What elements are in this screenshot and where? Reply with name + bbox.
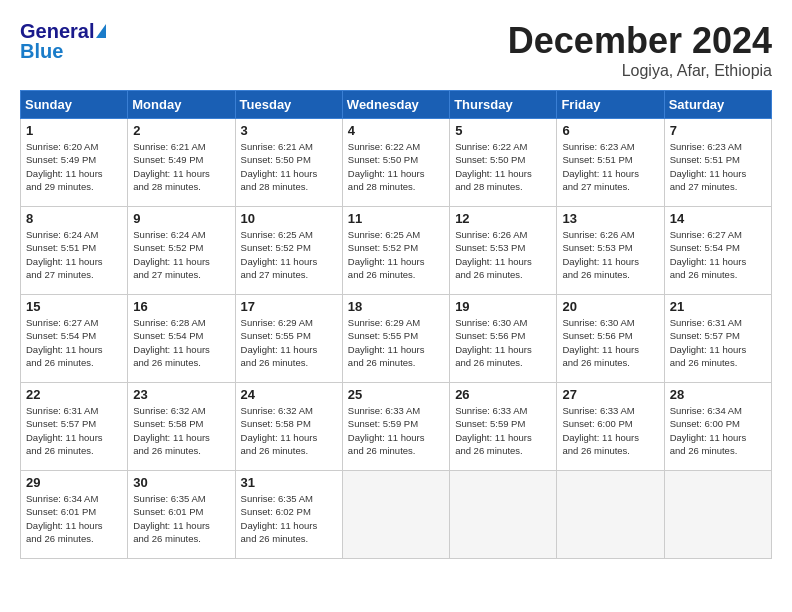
calendar-day: 23Sunrise: 6:32 AMSunset: 5:58 PMDayligh…	[128, 383, 235, 471]
day-info: Sunrise: 6:34 AMSunset: 6:00 PMDaylight:…	[670, 404, 766, 457]
calendar-day: 26Sunrise: 6:33 AMSunset: 5:59 PMDayligh…	[450, 383, 557, 471]
title-area: December 2024 Logiya, Afar, Ethiopia	[508, 20, 772, 80]
calendar-week-row: 1Sunrise: 6:20 AMSunset: 5:49 PMDaylight…	[21, 119, 772, 207]
calendar-day: 14Sunrise: 6:27 AMSunset: 5:54 PMDayligh…	[664, 207, 771, 295]
weekday-header: Wednesday	[342, 91, 449, 119]
day-info: Sunrise: 6:33 AMSunset: 5:59 PMDaylight:…	[348, 404, 444, 457]
calendar-week-row: 22Sunrise: 6:31 AMSunset: 5:57 PMDayligh…	[21, 383, 772, 471]
day-info: Sunrise: 6:25 AMSunset: 5:52 PMDaylight:…	[348, 228, 444, 281]
day-info: Sunrise: 6:27 AMSunset: 5:54 PMDaylight:…	[670, 228, 766, 281]
day-number: 10	[241, 211, 337, 226]
day-info: Sunrise: 6:32 AMSunset: 5:58 PMDaylight:…	[133, 404, 229, 457]
day-info: Sunrise: 6:23 AMSunset: 5:51 PMDaylight:…	[670, 140, 766, 193]
calendar-day: 1Sunrise: 6:20 AMSunset: 5:49 PMDaylight…	[21, 119, 128, 207]
day-number: 9	[133, 211, 229, 226]
day-number: 28	[670, 387, 766, 402]
day-number: 17	[241, 299, 337, 314]
day-info: Sunrise: 6:26 AMSunset: 5:53 PMDaylight:…	[562, 228, 658, 281]
day-info: Sunrise: 6:25 AMSunset: 5:52 PMDaylight:…	[241, 228, 337, 281]
day-info: Sunrise: 6:35 AMSunset: 6:02 PMDaylight:…	[241, 492, 337, 545]
logo: General Blue	[20, 20, 106, 62]
page-header: General Blue December 2024 Logiya, Afar,…	[20, 20, 772, 80]
calendar-day: 24Sunrise: 6:32 AMSunset: 5:58 PMDayligh…	[235, 383, 342, 471]
calendar-day: 15Sunrise: 6:27 AMSunset: 5:54 PMDayligh…	[21, 295, 128, 383]
day-number: 8	[26, 211, 122, 226]
day-info: Sunrise: 6:27 AMSunset: 5:54 PMDaylight:…	[26, 316, 122, 369]
day-info: Sunrise: 6:33 AMSunset: 5:59 PMDaylight:…	[455, 404, 551, 457]
calendar-day: 20Sunrise: 6:30 AMSunset: 5:56 PMDayligh…	[557, 295, 664, 383]
day-info: Sunrise: 6:23 AMSunset: 5:51 PMDaylight:…	[562, 140, 658, 193]
calendar-day: 17Sunrise: 6:29 AMSunset: 5:55 PMDayligh…	[235, 295, 342, 383]
calendar-day: 13Sunrise: 6:26 AMSunset: 5:53 PMDayligh…	[557, 207, 664, 295]
calendar-day: 6Sunrise: 6:23 AMSunset: 5:51 PMDaylight…	[557, 119, 664, 207]
calendar-day: 29Sunrise: 6:34 AMSunset: 6:01 PMDayligh…	[21, 471, 128, 559]
day-number: 24	[241, 387, 337, 402]
day-info: Sunrise: 6:21 AMSunset: 5:50 PMDaylight:…	[241, 140, 337, 193]
logo-blue: Blue	[20, 40, 106, 62]
calendar-day: 11Sunrise: 6:25 AMSunset: 5:52 PMDayligh…	[342, 207, 449, 295]
calendar-week-row: 15Sunrise: 6:27 AMSunset: 5:54 PMDayligh…	[21, 295, 772, 383]
day-info: Sunrise: 6:28 AMSunset: 5:54 PMDaylight:…	[133, 316, 229, 369]
day-info: Sunrise: 6:24 AMSunset: 5:51 PMDaylight:…	[26, 228, 122, 281]
day-info: Sunrise: 6:32 AMSunset: 5:58 PMDaylight:…	[241, 404, 337, 457]
logo-triangle-icon	[96, 24, 106, 38]
day-info: Sunrise: 6:29 AMSunset: 5:55 PMDaylight:…	[241, 316, 337, 369]
calendar-day: 4Sunrise: 6:22 AMSunset: 5:50 PMDaylight…	[342, 119, 449, 207]
day-number: 3	[241, 123, 337, 138]
day-number: 11	[348, 211, 444, 226]
day-number: 19	[455, 299, 551, 314]
weekday-header: Friday	[557, 91, 664, 119]
day-info: Sunrise: 6:26 AMSunset: 5:53 PMDaylight:…	[455, 228, 551, 281]
day-number: 23	[133, 387, 229, 402]
calendar-day: 2Sunrise: 6:21 AMSunset: 5:49 PMDaylight…	[128, 119, 235, 207]
day-number: 22	[26, 387, 122, 402]
day-number: 16	[133, 299, 229, 314]
weekday-header: Tuesday	[235, 91, 342, 119]
calendar-day	[342, 471, 449, 559]
calendar-table: SundayMondayTuesdayWednesdayThursdayFrid…	[20, 90, 772, 559]
weekday-header: Sunday	[21, 91, 128, 119]
day-number: 7	[670, 123, 766, 138]
calendar-day: 27Sunrise: 6:33 AMSunset: 6:00 PMDayligh…	[557, 383, 664, 471]
calendar-day	[664, 471, 771, 559]
day-number: 18	[348, 299, 444, 314]
calendar-day: 19Sunrise: 6:30 AMSunset: 5:56 PMDayligh…	[450, 295, 557, 383]
calendar-day: 12Sunrise: 6:26 AMSunset: 5:53 PMDayligh…	[450, 207, 557, 295]
day-info: Sunrise: 6:20 AMSunset: 5:49 PMDaylight:…	[26, 140, 122, 193]
day-number: 4	[348, 123, 444, 138]
day-info: Sunrise: 6:29 AMSunset: 5:55 PMDaylight:…	[348, 316, 444, 369]
day-number: 27	[562, 387, 658, 402]
weekday-header: Saturday	[664, 91, 771, 119]
calendar-day: 16Sunrise: 6:28 AMSunset: 5:54 PMDayligh…	[128, 295, 235, 383]
day-info: Sunrise: 6:35 AMSunset: 6:01 PMDaylight:…	[133, 492, 229, 545]
day-info: Sunrise: 6:30 AMSunset: 5:56 PMDaylight:…	[455, 316, 551, 369]
day-info: Sunrise: 6:22 AMSunset: 5:50 PMDaylight:…	[348, 140, 444, 193]
day-number: 30	[133, 475, 229, 490]
calendar-day: 22Sunrise: 6:31 AMSunset: 5:57 PMDayligh…	[21, 383, 128, 471]
calendar-day: 9Sunrise: 6:24 AMSunset: 5:52 PMDaylight…	[128, 207, 235, 295]
calendar-day: 5Sunrise: 6:22 AMSunset: 5:50 PMDaylight…	[450, 119, 557, 207]
day-number: 29	[26, 475, 122, 490]
calendar-day: 30Sunrise: 6:35 AMSunset: 6:01 PMDayligh…	[128, 471, 235, 559]
weekday-header: Thursday	[450, 91, 557, 119]
day-number: 1	[26, 123, 122, 138]
day-info: Sunrise: 6:30 AMSunset: 5:56 PMDaylight:…	[562, 316, 658, 369]
day-info: Sunrise: 6:33 AMSunset: 6:00 PMDaylight:…	[562, 404, 658, 457]
day-number: 14	[670, 211, 766, 226]
calendar-day: 8Sunrise: 6:24 AMSunset: 5:51 PMDaylight…	[21, 207, 128, 295]
calendar-day: 31Sunrise: 6:35 AMSunset: 6:02 PMDayligh…	[235, 471, 342, 559]
day-number: 6	[562, 123, 658, 138]
calendar-day: 7Sunrise: 6:23 AMSunset: 5:51 PMDaylight…	[664, 119, 771, 207]
day-number: 15	[26, 299, 122, 314]
day-info: Sunrise: 6:21 AMSunset: 5:49 PMDaylight:…	[133, 140, 229, 193]
calendar-week-row: 8Sunrise: 6:24 AMSunset: 5:51 PMDaylight…	[21, 207, 772, 295]
calendar-day: 18Sunrise: 6:29 AMSunset: 5:55 PMDayligh…	[342, 295, 449, 383]
location: Logiya, Afar, Ethiopia	[508, 62, 772, 80]
calendar-day: 21Sunrise: 6:31 AMSunset: 5:57 PMDayligh…	[664, 295, 771, 383]
day-number: 25	[348, 387, 444, 402]
day-info: Sunrise: 6:24 AMSunset: 5:52 PMDaylight:…	[133, 228, 229, 281]
month-title: December 2024	[508, 20, 772, 62]
day-number: 2	[133, 123, 229, 138]
calendar-day: 28Sunrise: 6:34 AMSunset: 6:00 PMDayligh…	[664, 383, 771, 471]
calendar-day: 10Sunrise: 6:25 AMSunset: 5:52 PMDayligh…	[235, 207, 342, 295]
